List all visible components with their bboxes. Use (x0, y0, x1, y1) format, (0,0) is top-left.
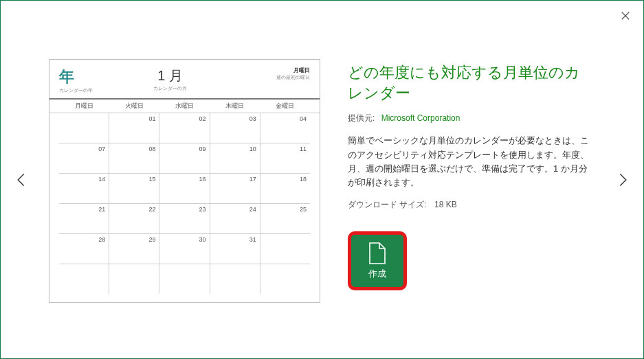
chevron-left-icon (13, 172, 30, 188)
template-preview-thumbnail: 年 カレンダーの年 1 月 カレンダーの月 月曜日 週の最初の曜日 月曜日 火曜… (49, 59, 320, 303)
download-size-row: ダウンロード サイズ: 18 KB (348, 199, 595, 211)
calendar-cell (210, 264, 260, 294)
calendar-cell: 28 (59, 234, 109, 264)
new-document-icon (368, 242, 386, 265)
calendar-cell: 11 (260, 143, 310, 173)
download-size-value: 18 KB (434, 200, 457, 209)
calendar-cell (59, 113, 109, 143)
calendar-cell: 30 (159, 234, 210, 264)
calendar-cell: 15 (109, 174, 159, 203)
calendar-cell (260, 234, 310, 264)
calendar-cell: 08 (109, 143, 159, 173)
calendar-cell: 16 (159, 174, 210, 203)
template-info-panel: どの年度にも対応する月単位のカレンダー 提供元: Microsoft Corpo… (348, 59, 595, 303)
preview-dow-row: 月曜日 火曜日 水曜日 木曜日 金曜日 (49, 100, 320, 113)
calendar-cell: 18 (260, 174, 310, 203)
calendar-cell (59, 264, 109, 294)
calendar-cell: 31 (210, 234, 260, 264)
calendar-cell (159, 264, 210, 294)
preview-year-sub: カレンダーの年 (59, 87, 106, 94)
template-description: 簡単でベーシックな月単位のカレンダーが必要なときは、このアクセシビリティ対応テン… (348, 134, 595, 189)
provider-label: 提供元: (348, 113, 375, 123)
calendar-cell: 17 (210, 174, 260, 203)
calendar-cell: 23 (159, 204, 210, 233)
next-template-button[interactable] (613, 170, 632, 189)
calendar-cell: 29 (109, 234, 159, 264)
calendar-cell: 07 (59, 143, 109, 173)
calendar-cell: 03 (210, 113, 260, 143)
calendar-cell: 02 (159, 113, 210, 143)
preview-month-sub: カレンダーの月 (106, 85, 234, 92)
preview-weekstart: 月曜日 (234, 67, 310, 74)
preview-calendar-grid: 0102030407080910111415161718212223242528… (49, 113, 320, 302)
calendar-cell: 01 (109, 113, 159, 143)
preview-year: 年 (59, 67, 106, 87)
close-icon (621, 11, 630, 21)
close-button[interactable] (619, 9, 632, 23)
create-button-label: 作成 (368, 268, 386, 280)
calendar-cell: 22 (109, 204, 159, 233)
download-size-label: ダウンロード サイズ: (348, 200, 427, 209)
calendar-cell: 09 (159, 143, 210, 173)
calendar-cell (109, 264, 159, 294)
calendar-cell: 21 (59, 204, 109, 233)
chevron-right-icon (614, 172, 631, 188)
preview-weekstart-sub: 週の最初の曜日 (234, 74, 310, 81)
prev-template-button[interactable] (12, 170, 31, 189)
calendar-cell: 10 (210, 143, 260, 173)
calendar-cell (260, 264, 310, 294)
template-title: どの年度にも対応する月単位のカレンダー (348, 62, 595, 103)
provider-link[interactable]: Microsoft Corporation (381, 113, 460, 123)
provider-row: 提供元: Microsoft Corporation (348, 113, 595, 124)
create-button[interactable]: 作成 (353, 237, 401, 285)
template-preview-dialog: 年 カレンダーの年 1 月 カレンダーの月 月曜日 週の最初の曜日 月曜日 火曜… (0, 0, 644, 359)
create-button-highlight: 作成 (348, 231, 407, 290)
calendar-cell: 25 (260, 204, 310, 233)
calendar-cell: 14 (59, 174, 109, 203)
preview-month: 1 月 (106, 67, 234, 85)
svg-marker-2 (370, 243, 385, 264)
calendar-cell: 04 (260, 113, 310, 143)
calendar-cell: 24 (210, 204, 260, 233)
